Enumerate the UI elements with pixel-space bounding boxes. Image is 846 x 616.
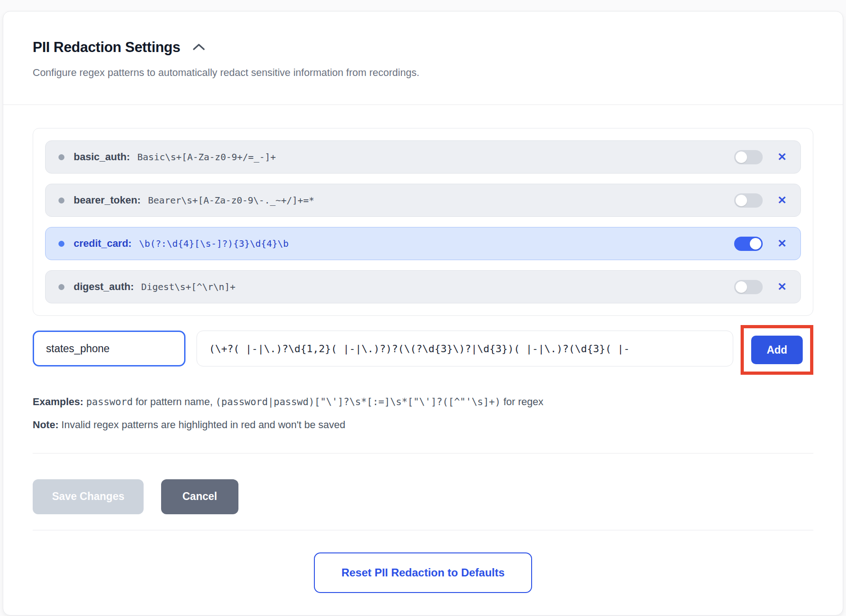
add-pattern-button[interactable]: Add: [751, 336, 803, 364]
examples-mid-text: for pattern name,: [133, 396, 215, 407]
close-icon: ✕: [777, 280, 787, 293]
collapse-section-button[interactable]: [192, 43, 205, 52]
example-regex: (password|passwd)["\']?\s*[:=]\s*["\']?(…: [215, 396, 501, 407]
status-dot-icon: [58, 198, 64, 203]
pattern-row[interactable]: basic_auth: Basic\s+[A-Za-z0-9+/=_-]+ ✕: [45, 140, 801, 174]
status-dot-icon: [58, 284, 64, 290]
pattern-toggle[interactable]: [734, 280, 763, 294]
pattern-name: digest_auth:: [74, 281, 134, 293]
action-buttons: Save Changes Cancel: [33, 479, 813, 514]
reset-defaults-button[interactable]: Reset PII Redaction to Defaults: [314, 552, 533, 593]
toggle-knob: [736, 195, 747, 206]
pattern-toggle[interactable]: [734, 237, 763, 251]
pattern-row[interactable]: credit_card: \b(?:\d{4}[\s-]?){3}\d{4}\b…: [45, 227, 801, 260]
pattern-regex-input[interactable]: [197, 331, 733, 366]
note-hint: Note: Invalid regex patterns are highlig…: [33, 419, 813, 431]
examples-label: Examples:: [33, 396, 83, 407]
close-icon: ✕: [777, 151, 787, 163]
actions-divider: [33, 453, 813, 453]
toggle-knob: [750, 238, 761, 250]
pattern-list: basic_auth: Basic\s+[A-Za-z0-9+/=_-]+ ✕ …: [33, 128, 813, 316]
pattern-regex: Bearer\s+[A-Za-z0-9\-._~+/]+=*: [148, 195, 314, 206]
pattern-delete-button[interactable]: ✕: [777, 151, 787, 163]
examples-tail-text: for regex: [501, 396, 544, 407]
pattern-regex: Basic\s+[A-Za-z0-9+/=_-]+: [137, 151, 276, 163]
pattern-delete-button[interactable]: ✕: [777, 238, 787, 249]
example-pattern-name: password: [86, 396, 133, 407]
status-dot-icon: [58, 154, 64, 160]
add-pattern-row: Add: [33, 331, 813, 375]
pattern-delete-button[interactable]: ✕: [777, 195, 787, 206]
pattern-delete-button[interactable]: ✕: [777, 281, 787, 292]
pattern-name: bearer_token:: [74, 194, 141, 206]
pattern-toggle[interactable]: [734, 193, 763, 208]
pii-settings-card: PII Redaction Settings Configure regex p…: [3, 11, 843, 616]
cancel-button[interactable]: Cancel: [161, 479, 238, 514]
page-title: PII Redaction Settings: [33, 39, 180, 56]
click-highlight-annotation: Add: [741, 325, 813, 375]
toggle-knob: [736, 281, 747, 293]
pattern-name: credit_card:: [74, 238, 132, 250]
toggle-knob: [736, 151, 747, 163]
pattern-regex: Digest\s+[^\r\n]+: [141, 281, 236, 292]
pattern-regex: \b(?:\d{4}[\s-]?){3}\d{4}\b: [139, 238, 289, 249]
save-changes-button[interactable]: Save Changes: [33, 479, 144, 514]
chevron-up-icon: [192, 43, 205, 52]
pattern-row[interactable]: digest_auth: Digest\s+[^\r\n]+ ✕: [45, 270, 801, 303]
examples-hint: Examples: password for pattern name, (pa…: [33, 394, 813, 410]
note-text: Invalid regex patterns are highlighted i…: [58, 419, 345, 430]
pattern-toggle[interactable]: [734, 150, 763, 164]
pattern-name-input[interactable]: [33, 331, 185, 366]
pattern-row[interactable]: bearer_token: Bearer\s+[A-Za-z0-9\-._~+/…: [45, 184, 801, 217]
close-icon: ✕: [777, 194, 787, 206]
settings-header: PII Redaction Settings Configure regex p…: [3, 12, 843, 105]
reset-divider: [33, 530, 813, 530]
note-label: Note:: [33, 419, 58, 430]
settings-description: Configure regex patterns to automaticall…: [33, 67, 813, 79]
status-dot-icon: [58, 241, 64, 247]
close-icon: ✕: [777, 237, 787, 250]
pattern-name: basic_auth:: [74, 151, 130, 163]
